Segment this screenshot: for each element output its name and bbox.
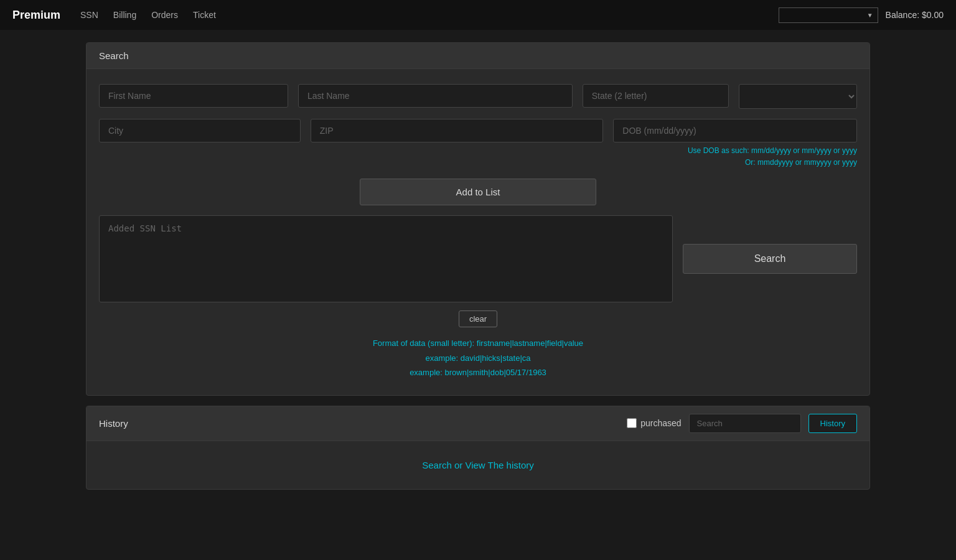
history-panel-body: Search or View The history [87,441,869,489]
history-panel: History purchased History Search or View… [86,406,870,490]
account-dropdown-wrapper [779,7,878,23]
dob-wrapper: Use DOB as such: mm/dd/yyyy or mm/yyyy o… [613,119,857,169]
brand-title: Premium [12,9,60,22]
form-row-1 [99,84,857,109]
last-name-input[interactable] [298,84,573,108]
account-dropdown[interactable] [779,7,878,23]
history-controls: purchased History [627,414,857,433]
format-hint-line3: example: brown|smith|dob|05/17/1963 [99,365,857,380]
dob-input[interactable] [613,119,857,142]
state-select[interactable] [739,84,857,109]
ssn-list-wrapper [99,215,673,304]
lower-section: Search [99,215,857,304]
dob-hint: Use DOB as such: mm/dd/yyyy or mm/yyyy o… [613,145,857,169]
search-panel: Search Use DOB as such: mm/dd/yyyy o [86,42,870,396]
history-empty-message: Search or View The history [422,460,534,470]
nav-link-ssn[interactable]: SSN [80,10,98,20]
search-button[interactable]: Search [683,244,857,274]
balance-label: Balance: $0.00 [886,10,944,20]
dob-hint-line1: Use DOB as such: mm/dd/yyyy or mm/yyyy o… [613,145,857,157]
clear-row: clear [99,310,857,327]
history-panel-title: History [99,418,128,429]
ssn-list-textarea[interactable] [99,215,673,302]
search-btn-wrapper: Search [683,215,857,302]
add-to-list-button[interactable]: Add to List [360,179,596,205]
format-hint-line1: Format of data (small letter): firstname… [99,336,857,350]
nav-link-orders[interactable]: Orders [151,10,178,20]
search-panel-title: Search [99,50,129,61]
format-hints: Format of data (small letter): firstname… [99,336,857,380]
city-input[interactable] [99,119,301,142]
navbar: Premium SSN Billing Orders Ticket Balanc… [0,0,956,30]
purchased-checkbox[interactable] [627,418,637,428]
first-name-input[interactable] [99,84,288,108]
nav-link-ticket[interactable]: Ticket [193,10,216,20]
add-to-list-row: Add to List [99,179,857,205]
format-hint-line2: example: david|hicks|state|ca [99,351,857,365]
dob-hint-line2: Or: mmddyyyy or mmyyyy or yyyy [613,157,857,169]
state-input[interactable] [583,84,729,108]
history-button[interactable]: History [808,414,857,433]
form-row-2: Use DOB as such: mm/dd/yyyy or mm/yyyy o… [99,119,857,169]
search-panel-body: Use DOB as such: mm/dd/yyyy or mm/yyyy o… [87,69,869,395]
nav-link-billing[interactable]: Billing [113,10,136,20]
history-panel-header: History purchased History [87,406,869,441]
search-panel-header: Search [87,43,869,69]
main-wrapper: Search Use DOB as such: mm/dd/yyyy o [73,30,883,502]
zip-input[interactable] [311,119,604,142]
purchased-text: purchased [640,418,681,428]
purchased-label: purchased [627,418,681,428]
history-search-input[interactable] [689,414,801,433]
clear-button[interactable]: clear [459,310,497,327]
nav-right: Balance: $0.00 [779,7,944,23]
